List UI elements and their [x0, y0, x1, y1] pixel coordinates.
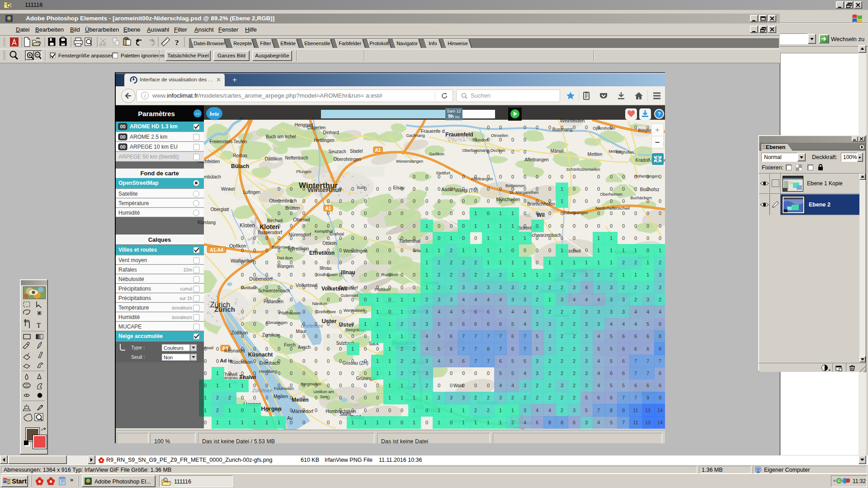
svg-text:0: 0	[438, 223, 440, 229]
svg-text:0: 0	[450, 383, 453, 388]
svg-text:8: 8	[548, 420, 551, 425]
svg-text:0: 0	[659, 174, 661, 179]
svg-text:0: 0	[659, 198, 661, 204]
svg-text:2: 2	[474, 272, 477, 277]
svg-text:4: 4	[524, 309, 526, 314]
svg-text:2: 2	[524, 285, 526, 290]
svg-text:0: 0	[561, 223, 563, 229]
svg-text:0: 0	[204, 420, 207, 425]
svg-text:Affeltrangen: Affeltrangen	[524, 157, 549, 162]
svg-text:4: 4	[487, 297, 490, 302]
svg-text:0: 0	[278, 371, 280, 376]
svg-text:0: 0	[315, 285, 317, 290]
svg-text:1: 1	[401, 333, 403, 339]
svg-text:4: 4	[634, 321, 637, 327]
svg-text:0: 0	[327, 285, 330, 290]
svg-text:0: 0	[364, 223, 367, 229]
svg-text:1: 1	[388, 358, 391, 364]
svg-text:0: 0	[646, 248, 649, 253]
svg-text:1: 1	[499, 420, 502, 425]
svg-text:0: 0	[388, 198, 391, 204]
svg-text:7: 7	[474, 346, 477, 352]
svg-text:0: 0	[634, 211, 637, 216]
svg-text:0: 0	[401, 248, 403, 253]
svg-text:0: 0	[388, 297, 391, 302]
svg-text:1: 1	[597, 260, 600, 265]
svg-text:0: 0	[228, 371, 231, 376]
svg-text:Volketswil: Volketswil	[296, 282, 317, 288]
svg-text:Oberohringen: Oberohringen	[333, 157, 361, 162]
svg-text:0: 0	[327, 346, 330, 352]
svg-text:1: 1	[438, 420, 440, 425]
svg-text:1: 1	[511, 235, 514, 241]
svg-text:0: 0	[290, 395, 292, 400]
svg-text:0: 0	[265, 235, 268, 241]
svg-text:Winkel: Winkel	[221, 187, 235, 192]
svg-text:6: 6	[487, 309, 490, 314]
svg-text:0: 0	[265, 321, 268, 327]
svg-text:6: 6	[659, 371, 661, 376]
svg-text:0: 0	[388, 260, 391, 265]
svg-text:–: –	[655, 137, 660, 146]
svg-text:Langnau am: Langnau am	[222, 375, 245, 380]
svg-text:2: 2	[561, 333, 563, 339]
svg-text:3: 3	[659, 272, 661, 277]
svg-text:2: 2	[536, 383, 538, 388]
svg-text:0: 0	[646, 223, 649, 229]
svg-text:1: 1	[376, 297, 379, 302]
svg-text:0: 0	[290, 358, 292, 364]
svg-text:0: 0	[302, 371, 305, 376]
svg-text:0: 0	[622, 174, 625, 179]
svg-text:2: 2	[561, 358, 563, 364]
svg-text:0: 0	[401, 408, 403, 413]
svg-text:1: 1	[487, 235, 490, 241]
svg-text:6: 6	[450, 346, 453, 352]
svg-text:4: 4	[474, 297, 477, 302]
svg-text:1: 1	[646, 260, 649, 265]
svg-text:2: 2	[573, 358, 576, 364]
svg-text:0: 0	[376, 235, 379, 241]
svg-text:0: 0	[302, 333, 305, 339]
svg-text:8: 8	[561, 420, 563, 425]
svg-text:2: 2	[659, 297, 661, 302]
svg-text:Märwil: Märwil	[551, 149, 564, 154]
svg-text:0: 0	[462, 223, 465, 229]
svg-text:0: 0	[646, 125, 649, 130]
svg-text:0: 0	[351, 285, 354, 290]
svg-text:3: 3	[622, 297, 625, 302]
svg-text:6: 6	[450, 333, 453, 339]
svg-text:0: 0	[315, 408, 317, 413]
svg-text:1: 1	[401, 395, 403, 400]
svg-text:3: 3	[597, 309, 600, 314]
svg-text:Zürich: Zürich	[214, 305, 235, 313]
svg-text:0: 0	[524, 137, 526, 142]
svg-text:Wiesendangen: Wiesendangen	[396, 159, 423, 164]
svg-text:4: 4	[450, 309, 453, 314]
svg-text:1: 1	[401, 383, 403, 388]
svg-text:0: 0	[401, 186, 403, 192]
svg-text:6: 6	[622, 371, 625, 376]
svg-text:2: 2	[216, 395, 219, 400]
svg-text:6: 6	[634, 333, 637, 339]
svg-text:1: 1	[597, 248, 600, 253]
svg-text:5: 5	[610, 333, 613, 339]
svg-text:beta: beta	[210, 111, 219, 117]
svg-text:Ad is: Ad is	[220, 358, 232, 363]
svg-text:6: 6	[622, 346, 625, 352]
svg-text:isovaleurs: isovaleurs	[172, 305, 192, 310]
svg-text:00: 00	[120, 134, 125, 140]
svg-text:1: 1	[499, 211, 502, 216]
svg-text:0: 0	[450, 211, 453, 216]
svg-text:0: 0	[487, 125, 490, 130]
svg-text:1: 1	[216, 420, 219, 425]
svg-text:7: 7	[646, 371, 649, 376]
svg-text:3: 3	[585, 346, 588, 352]
svg-text:0: 0	[241, 272, 244, 277]
svg-text:1: 1	[351, 346, 354, 352]
svg-text:0: 0	[561, 125, 563, 130]
svg-text:0: 0	[339, 395, 342, 400]
svg-text:11: 11	[633, 408, 638, 413]
svg-text:7: 7	[499, 346, 502, 352]
svg-text:0: 0	[351, 383, 354, 388]
svg-text:0: 0	[315, 272, 317, 277]
